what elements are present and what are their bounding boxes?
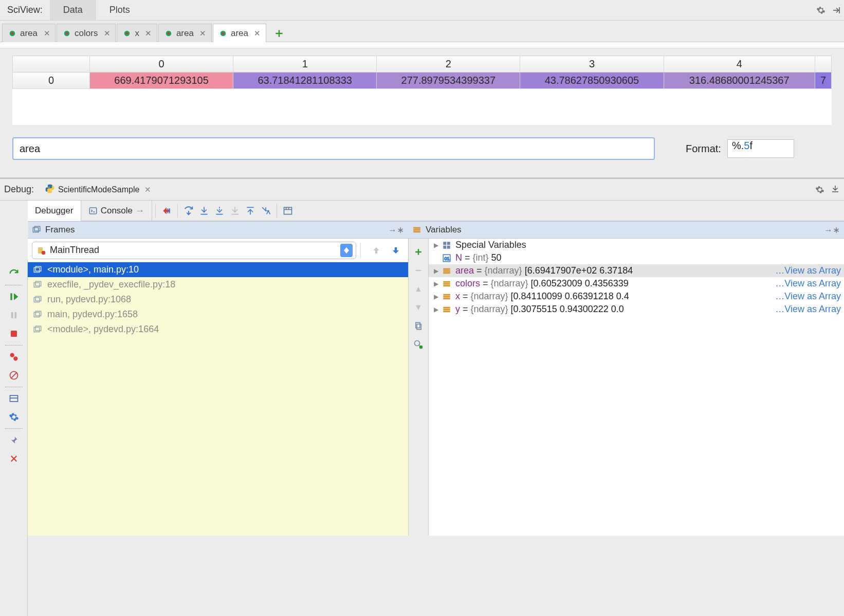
bug-icon (62, 29, 71, 38)
grid-cell[interactable]: 43.78627850930605 (520, 73, 664, 89)
svg-rect-44 (447, 242, 450, 245)
step-out-button[interactable] (243, 203, 258, 219)
col-header[interactable]: 2 (377, 56, 520, 73)
variable-value: [0.3075515 0.94300222 0.0 (511, 304, 624, 315)
svg-rect-28 (34, 282, 40, 287)
layout-icon[interactable] (831, 184, 840, 195)
col-header[interactable]: 4 (664, 56, 815, 73)
row-header[interactable]: 0 (13, 73, 90, 89)
restore-layout-icon[interactable]: →∗ (824, 225, 840, 235)
expand-icon[interactable]: ▶ (432, 280, 440, 287)
variable-row[interactable]: ▶ y = {ndarray} [0.3075515 0.94300222 0.… (429, 303, 844, 316)
show-watches-button[interactable] (411, 337, 426, 352)
add-watch-button[interactable] (411, 245, 426, 259)
tab-debugger[interactable]: Debugger (28, 201, 81, 221)
variable-row[interactable]: ▶ colors = {ndarray} [0.60523009 0.43563… (429, 277, 844, 290)
close-icon[interactable]: ✕ (144, 185, 151, 194)
sciview-tab-plots[interactable]: Plots (96, 0, 143, 20)
view-as-array-link[interactable]: …View as Array (771, 304, 841, 315)
grid-cell[interactable]: 63.71841281108333 (233, 73, 377, 89)
view-as-array-link[interactable]: …View as Array (771, 278, 841, 289)
stack-frame[interactable]: execfile, _pydev_execfile.py:18 (28, 277, 408, 292)
resume-button[interactable] (6, 288, 22, 305)
expand-icon[interactable]: ▶ (432, 306, 440, 313)
frame-icon (33, 310, 44, 319)
col-header[interactable]: 3 (520, 56, 664, 73)
debug-title: Debug: (4, 184, 34, 195)
show-execution-point-button[interactable] (159, 203, 174, 219)
close-icon[interactable]: ✕ (144, 29, 153, 38)
thread-selector[interactable]: MainThread (32, 242, 356, 259)
step-over-button[interactable] (181, 203, 196, 219)
svg-rect-52 (443, 281, 450, 282)
pin-button[interactable] (6, 432, 22, 448)
expand-icon[interactable]: ▶ (432, 242, 440, 249)
variable-row[interactable]: ▶ area = {ndarray} [6.69417907e+02 6.371… (429, 264, 844, 277)
stack-frame[interactable]: <module>, main.py:10 (28, 262, 408, 277)
close-icon[interactable]: ✕ (253, 29, 262, 38)
array-tab-4[interactable]: area ✕ (213, 24, 266, 42)
gear-icon[interactable] (812, 179, 828, 200)
array-tab-2[interactable]: x ✕ (117, 24, 157, 42)
settings-button[interactable] (6, 409, 22, 425)
view-breakpoints-button[interactable] (6, 349, 22, 365)
prev-frame-button[interactable] (368, 242, 384, 259)
data-grid[interactable]: 0 1 2 3 4 0 669.4179071293105 63.7184128… (12, 56, 832, 89)
mute-breakpoints-button[interactable] (6, 367, 22, 384)
col-header[interactable]: 1 (233, 56, 377, 73)
gear-icon[interactable] (813, 0, 829, 21)
svg-rect-27 (35, 266, 41, 271)
view-as-array-link[interactable]: …View as Array (771, 265, 841, 276)
grid-cell[interactable]: 669.4179071293105 (90, 73, 233, 89)
sciview-tab-data[interactable]: Data (50, 0, 96, 20)
up-button[interactable]: ▲ (411, 282, 426, 296)
close-button[interactable] (6, 450, 22, 467)
stack-frame-label: <module>, main.py:10 (47, 264, 139, 275)
grid-cell[interactable]: 316.48680001245367 (664, 73, 815, 89)
variable-row[interactable]: ▶ 01 N = {int} 50 (429, 251, 844, 264)
rerun-button[interactable] (6, 265, 22, 282)
tab-console[interactable]: Console → (81, 201, 152, 221)
stack-frame[interactable]: run, pydevd.py:1068 (28, 292, 408, 307)
grid-cell[interactable]: 277.8979534399337 (377, 73, 520, 89)
array-tab-label: area (231, 28, 248, 39)
expand-icon[interactable]: ▶ (432, 293, 440, 300)
pause-button[interactable] (6, 307, 22, 323)
step-into-mycode-button[interactable] (212, 203, 227, 219)
run-to-cursor-button[interactable] (258, 203, 273, 219)
col-header[interactable]: 0 (90, 56, 233, 73)
run-config-tab[interactable]: ScientificModeSample ✕ (40, 181, 156, 198)
remove-watch-button[interactable] (411, 263, 426, 278)
svg-rect-39 (416, 322, 420, 328)
variable-row[interactable]: ▶ Special Variables (429, 239, 844, 251)
stop-button[interactable] (6, 325, 22, 342)
variable-row[interactable]: ▶ x = {ndarray} [0.84110099 0.66391218 0… (429, 290, 844, 303)
svg-rect-58 (443, 306, 450, 308)
force-step-into-button[interactable] (227, 203, 243, 219)
next-frame-button[interactable] (388, 242, 404, 259)
step-into-button[interactable] (196, 203, 212, 219)
restore-layout-icon[interactable]: →∗ (388, 225, 404, 235)
add-tab-button[interactable]: ＋ (267, 24, 291, 42)
col-header-overflow (815, 56, 831, 73)
view-as-array-link[interactable]: …View as Array (771, 291, 841, 302)
copy-button[interactable] (411, 319, 426, 333)
down-button[interactable]: ▼ (411, 300, 426, 315)
evaluate-expression-button[interactable] (280, 203, 296, 219)
array-tab-0[interactable]: area ✕ (2, 24, 56, 42)
slice-expression-input[interactable] (12, 137, 655, 160)
layout-button[interactable] (6, 390, 22, 407)
sciview-header: SciView: Data Plots (0, 0, 844, 21)
stack-frame[interactable]: <module>, pydevd.py:1664 (28, 322, 408, 337)
stack-frame[interactable]: main, pydevd.py:1658 (28, 307, 408, 322)
stack-frame-label: main, pydevd.py:1658 (47, 309, 138, 320)
expand-icon[interactable]: ▶ (432, 267, 440, 275)
hide-panel-icon[interactable] (829, 0, 844, 21)
format-input[interactable]: %.5f (727, 139, 794, 158)
close-icon[interactable]: ✕ (199, 29, 207, 38)
frame-icon (33, 325, 44, 334)
array-tab-1[interactable]: colors ✕ (57, 24, 116, 42)
close-icon[interactable]: ✕ (43, 29, 51, 38)
close-icon[interactable]: ✕ (103, 29, 111, 38)
array-tab-3[interactable]: area ✕ (158, 24, 212, 42)
